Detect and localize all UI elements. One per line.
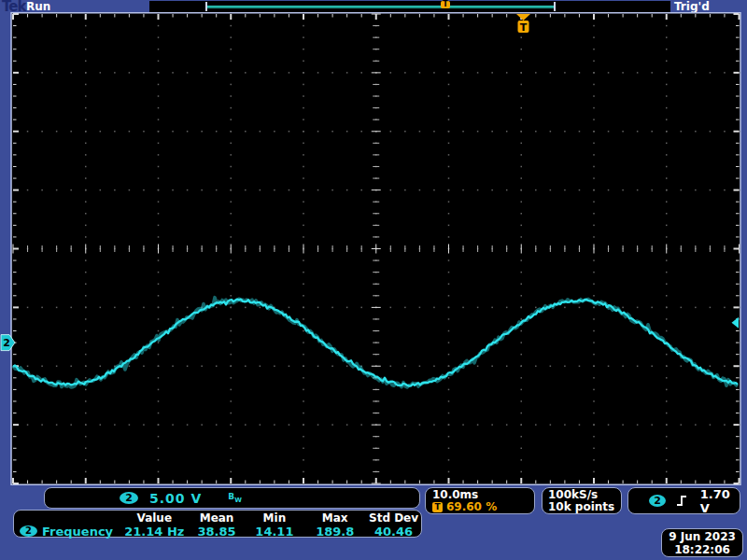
measurement-row-frequency: 2 Frequency 21.14 Hz 38.85 14.11 189.8 4… [14,525,421,538]
channel2-scale-readout: 2 5.00 V BW [44,487,420,509]
svg-text:2: 2 [3,337,10,349]
datetime-readout: 9 Jun 2023 18:22:06 [661,528,743,557]
trigger-t-glyph: T [441,1,450,8]
measurement-stddev: 40.46 [366,525,421,539]
horizontal-readout: 10.0ms T 69.60 % [425,487,535,514]
measurement-value: 21.14 Hz [120,525,189,539]
measurement-table: Value Mean Min Max Std Dev 2 Frequency 2… [13,510,422,538]
svg-text:T: T [520,21,528,34]
date-label: 9 Jun 2023 [662,530,742,543]
bandwidth-limit-icon: BW [228,492,242,504]
trigger-status-label: Trig'd [674,0,710,13]
top-status-bar: Tek Run T Trig'd [0,0,747,13]
col-header-value: Value [120,511,189,525]
trigger-position-icon: T [432,502,443,512]
record-preview-line [207,6,554,8]
record-length: 10k points [548,501,621,513]
acquisition-state-label: Run [26,0,50,13]
col-header-mean: Mean [189,511,246,525]
window-bracket-right[interactable] [554,2,556,11]
acq-trigger-position-icon[interactable]: T [440,1,451,12]
measurement-min: 14.11 [246,525,304,539]
measurement-name: Frequency [42,525,113,539]
trigger-position-percent: 69.60 % [446,501,497,513]
time-label: 18:22:06 [662,543,742,556]
channel2-badge: 2 [120,492,138,504]
col-header-stddev: Std Dev [366,511,421,525]
rising-edge-icon [675,494,689,508]
window-bracket-left[interactable] [205,2,207,11]
trigger-level: 1.70 V [700,487,740,515]
channel2-volts-per-div: 5.00 V [149,491,202,506]
acquisition-readout: 100kS/s 10k points [542,487,622,514]
measurement-max: 189.8 [303,525,366,539]
trigger-readout: 2 1.70 V [627,487,740,514]
measurement-header-row: Value Mean Min Max Std Dev [14,511,421,525]
graticule: T2 [0,12,747,486]
measurement-mean: 38.85 [189,525,246,539]
col-header-min: Min [246,511,304,525]
acquisition-preview-bar: T [149,1,670,12]
measurement-channel-badge: 2 [20,525,37,537]
col-header-max: Max [303,511,366,525]
trigger-source-badge: 2 [649,495,666,507]
